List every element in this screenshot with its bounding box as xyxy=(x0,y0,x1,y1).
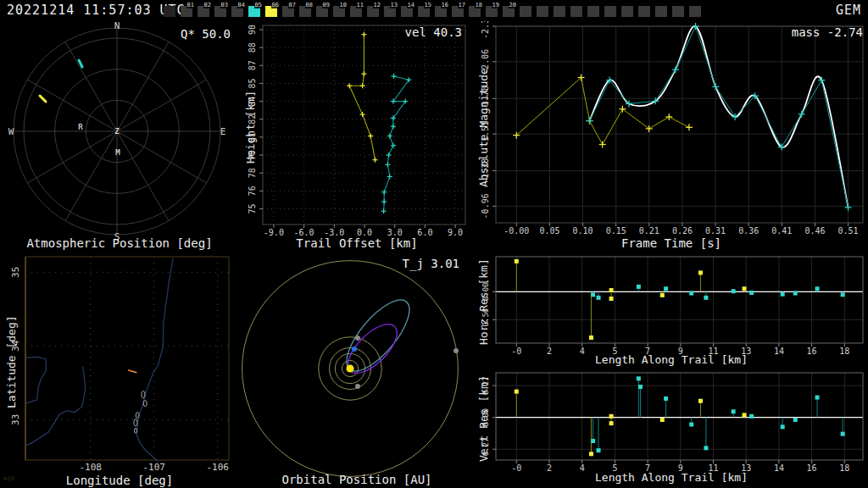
frame-box-x0[interactable] xyxy=(164,6,175,17)
frame-box-x29[interactable] xyxy=(655,6,667,17)
frame-box-08[interactable]: 08 xyxy=(299,6,311,17)
svg-text:33: 33 xyxy=(10,414,21,425)
frame-box-12[interactable]: 12 xyxy=(367,6,379,17)
svg-text:0.31: 0.31 xyxy=(705,226,726,236)
svg-text:E: E xyxy=(220,126,226,137)
svg-text:-108: -108 xyxy=(79,462,102,473)
vert-residuals-plot: -02457911131416180.270.00-0.27 xyxy=(475,364,868,488)
meteor-analysis-dashboard: { "top_bar": { "timestamp": "20221214 11… xyxy=(0,0,868,488)
svg-text:0.05: 0.05 xyxy=(539,226,559,236)
longitude-caption: Longitude [deg] xyxy=(0,474,239,487)
frame-box-label: 20 xyxy=(509,2,517,8)
watermark: mjd xyxy=(3,475,14,482)
frame-box-label: 02 xyxy=(203,2,212,8)
frame-box-11[interactable]: 11 xyxy=(350,6,362,17)
frame-box-label: 01 xyxy=(186,2,195,8)
frame-box-label: 07 xyxy=(288,2,297,8)
frame-box-x28[interactable] xyxy=(638,6,650,17)
atmospheric-position-caption: Atmospheric Position [deg] xyxy=(0,236,239,250)
frame-time-caption: Frame Time [s] xyxy=(475,236,868,250)
frame-box-15[interactable]: 15 xyxy=(418,6,430,17)
vert-length-caption: Length Along Trail [km] xyxy=(475,471,868,484)
frame-box-19[interactable]: 19 xyxy=(486,6,498,17)
ground-map-plot: -108-107-106353433 xyxy=(0,252,239,488)
svg-text:78: 78 xyxy=(248,168,257,178)
frame-box-label: 11 xyxy=(356,2,364,8)
frame-box-16[interactable]: 16 xyxy=(435,6,447,17)
orbit-plot xyxy=(239,252,475,488)
frame-box-x21[interactable] xyxy=(520,6,531,17)
svg-text:90: 90 xyxy=(248,25,257,35)
frame-box-x22[interactable] xyxy=(537,6,548,17)
frame-box-20[interactable]: 20 xyxy=(503,6,515,17)
frame-box-01[interactable]: 01 xyxy=(181,6,192,17)
frame-box-17[interactable]: 17 xyxy=(452,6,464,17)
frame-box-10[interactable]: 10 xyxy=(333,6,345,17)
latitude-axis-label: Latitude [deg] xyxy=(5,315,18,408)
tisserand-title: T_j 3.01 xyxy=(290,257,459,270)
svg-text:85: 85 xyxy=(248,78,257,88)
svg-text:0.15: 0.15 xyxy=(606,226,626,236)
height-axis-label: Height [km] xyxy=(244,91,257,164)
timestamp: 20221214 11:57:03 UTC xyxy=(7,3,186,18)
atmospheric-position-plot: NESWZRM xyxy=(0,21,239,252)
frame-box-06[interactable]: 06 xyxy=(265,6,277,17)
trail-offset-plot: -9.0-6.0-3.00.03.06.09.09088878584828179… xyxy=(239,21,475,252)
frame-box-label: 06 xyxy=(271,2,280,8)
shower-code-badge: GEM xyxy=(836,3,861,18)
svg-text:Z: Z xyxy=(114,127,120,136)
vert-res-axis-label: Vert Res [km] xyxy=(477,375,490,462)
svg-text:0.10: 0.10 xyxy=(573,226,593,236)
frame-box-x27[interactable] xyxy=(621,6,633,17)
velocity-title: vel 40.3 xyxy=(292,25,462,39)
frame-box-label: 09 xyxy=(322,2,331,8)
frame-box-x24[interactable] xyxy=(570,6,582,17)
svg-text:0.26: 0.26 xyxy=(672,226,693,236)
svg-text:0.51: 0.51 xyxy=(838,226,859,236)
frame-box-14[interactable]: 14 xyxy=(401,6,413,17)
mass-title: mass -2.74 xyxy=(693,25,863,39)
frame-box-label: 14 xyxy=(407,2,415,8)
frame-box-07[interactable]: 07 xyxy=(282,6,294,17)
frame-box-09[interactable]: 09 xyxy=(316,6,328,17)
frame-box-x31[interactable] xyxy=(689,6,701,17)
svg-text:-0.96: -0.96 xyxy=(481,193,490,219)
horz-residuals-plot: -02457911131416180.00-0.56 xyxy=(475,250,868,364)
frame-box-x25[interactable] xyxy=(587,6,599,17)
frame-box-label: 17 xyxy=(458,2,466,8)
svg-text:0.46: 0.46 xyxy=(804,226,825,236)
svg-text:-106: -106 xyxy=(206,462,229,473)
frame-box-label: 13 xyxy=(390,2,398,8)
q-star-title: Q* 50.0 xyxy=(61,27,231,41)
svg-text:-2.33: -2.33 xyxy=(481,21,490,39)
frame-box-18[interactable]: 18 xyxy=(469,6,481,17)
trail-offset-caption: Trail Offset [km] xyxy=(239,236,475,250)
svg-text:75: 75 xyxy=(248,203,257,214)
frame-box-label: 12 xyxy=(373,2,381,8)
svg-text:76: 76 xyxy=(248,186,257,196)
frame-box-label: 19 xyxy=(492,2,500,8)
frame-box-04[interactable]: 04 xyxy=(231,6,243,17)
frame-box-02[interactable]: 02 xyxy=(198,6,209,17)
svg-text:0.21: 0.21 xyxy=(639,226,659,236)
frame-box-03[interactable]: 03 xyxy=(214,6,226,17)
top-bar: 20221214 11:57:03 UTC 010203040506070809… xyxy=(0,0,868,21)
magnitude-axis-label: Absolute Magnitude xyxy=(477,68,490,187)
frame-box-label: 08 xyxy=(305,2,314,8)
light-curve-plot: -0.000.050.100.150.210.260.310.360.410.4… xyxy=(475,21,868,252)
frame-box-label: 15 xyxy=(424,2,432,8)
svg-text:M: M xyxy=(115,148,120,157)
svg-text:0.41: 0.41 xyxy=(771,226,792,236)
frame-box-13[interactable]: 13 xyxy=(384,6,396,17)
frame-box-label: 03 xyxy=(220,2,229,8)
orbital-position-caption: Orbital Position [AU] xyxy=(239,473,475,486)
svg-text:87: 87 xyxy=(248,60,257,70)
svg-text:-0.00: -0.00 xyxy=(504,226,529,236)
frame-box-x23[interactable] xyxy=(554,6,565,17)
frame-box-label: 05 xyxy=(254,2,263,8)
frame-box-label: 10 xyxy=(339,2,348,8)
svg-text:-107: -107 xyxy=(142,462,165,473)
frame-box-x26[interactable] xyxy=(604,6,616,17)
frame-box-x30[interactable] xyxy=(672,6,684,17)
frame-box-05[interactable]: 05 xyxy=(248,6,260,17)
